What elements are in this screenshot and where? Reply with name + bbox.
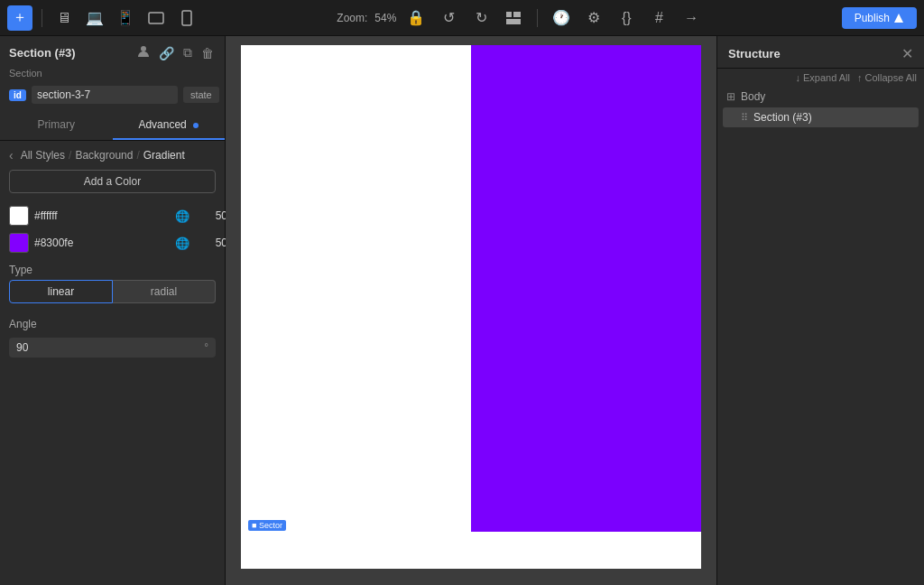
- breadcrumb-sep-1: /: [69, 149, 71, 162]
- canvas-bottom-section: [241, 532, 701, 569]
- grid-icon[interactable]: #: [646, 5, 671, 31]
- toolbar-separator: [42, 9, 42, 27]
- tabs-row: Primary Advanced: [0, 111, 225, 141]
- tab-advanced[interactable]: Advanced: [113, 111, 226, 140]
- undo-icon[interactable]: ↺: [436, 5, 461, 31]
- global-icon-1[interactable]: 🌐: [175, 209, 189, 223]
- tree-body-item: ⊞ Body: [717, 87, 924, 107]
- canvas-area[interactable]: ■ Sector: [226, 36, 716, 585]
- id-badge: id: [9, 89, 26, 101]
- panel-person-icon[interactable]: [135, 43, 152, 62]
- panel-icons: 🔗 ⧉ 🗑: [135, 43, 216, 62]
- tree-section-item[interactable]: ⠿ Section (#3): [723, 107, 919, 127]
- settings-icon[interactable]: ⚙: [581, 5, 606, 31]
- toolbar-tablet-icon[interactable]: 📱: [113, 5, 138, 31]
- toolbar-monitor-icon[interactable]: 🖥: [51, 5, 77, 31]
- canvas-purple-section: [471, 45, 701, 532]
- layout-icon[interactable]: [501, 5, 526, 31]
- color-row-2: 🌐 % ✕: [0, 229, 225, 256]
- toolbar-separator-2: [537, 9, 538, 27]
- body-label: Body: [741, 90, 765, 103]
- toolbar-right: Publish: [842, 7, 917, 29]
- add-color-button[interactable]: Add a Color: [9, 170, 216, 193]
- toolbar-mobile-icon[interactable]: [174, 5, 199, 31]
- right-panel-header: Structure ✕: [717, 36, 924, 69]
- breadcrumb-back-button[interactable]: ‹: [9, 148, 17, 162]
- lock-icon[interactable]: 🔒: [403, 5, 429, 31]
- code-icon[interactable]: {}: [614, 5, 639, 31]
- expand-all-button[interactable]: ↓ Expand All: [795, 72, 850, 83]
- color-hex-input-1[interactable]: [34, 209, 170, 222]
- panel-delete-icon[interactable]: 🗑: [199, 43, 216, 62]
- zoom-label: Zoom:: [337, 12, 367, 24]
- id-input[interactable]: [32, 86, 178, 104]
- svg-rect-2: [506, 12, 512, 17]
- state-button[interactable]: state: [183, 87, 219, 103]
- left-panel: Section (#3) 🔗 ⧉ 🗑 Section id state Prim…: [0, 36, 226, 585]
- toolbar-tablet-landscape-icon[interactable]: [143, 5, 169, 31]
- color-row-1: 🌐 % ✕: [0, 202, 225, 229]
- clock-icon[interactable]: 🕐: [549, 5, 574, 31]
- toolbar-add-btn[interactable]: ＋: [7, 5, 32, 31]
- toolbar-laptop-icon[interactable]: 💻: [82, 5, 107, 31]
- angle-row: °: [0, 334, 225, 365]
- toolbar: ＋ 🖥 💻 📱 Zoom: 54% 🔒 ↺ ↻ 🕐 ⚙ {} # → Publi…: [0, 0, 924, 36]
- type-linear-button[interactable]: linear: [9, 280, 113, 303]
- canvas-white-section: [241, 45, 471, 532]
- angle-label: Angle: [0, 311, 225, 334]
- publish-button[interactable]: Publish: [842, 7, 917, 29]
- color-percent-1[interactable]: [195, 209, 227, 222]
- breadcrumb-current: Gradient: [143, 149, 185, 162]
- angle-degree: °: [204, 341, 208, 354]
- breadcrumb-sep-2: /: [136, 149, 139, 162]
- main-layout: Section (#3) 🔗 ⧉ 🗑 Section id state Prim…: [0, 36, 924, 585]
- publish-label: Publish: [855, 12, 890, 24]
- collapse-all-button[interactable]: ↑ Collapse All: [857, 72, 917, 83]
- type-radial-button[interactable]: radial: [113, 280, 216, 303]
- right-panel-actions: ↓ Expand All ↑ Collapse All: [717, 69, 924, 87]
- structure-close-button[interactable]: ✕: [901, 45, 913, 62]
- type-label: Type: [0, 256, 225, 280]
- panel-copy-icon[interactable]: ⧉: [181, 43, 194, 62]
- section-item-label: Section (#3): [753, 111, 812, 124]
- panel-link-icon[interactable]: 🔗: [157, 43, 176, 62]
- structure-title: Structure: [728, 47, 781, 60]
- tab-primary[interactable]: Primary: [0, 111, 113, 140]
- svg-rect-4: [506, 19, 521, 24]
- breadcrumb: ‹ All Styles / Background / Gradient: [0, 141, 225, 170]
- section-label: Section: [0, 66, 225, 82]
- section-item-icon: ⠿: [741, 112, 748, 124]
- color-swatch-1[interactable]: [9, 206, 29, 226]
- login-icon[interactable]: →: [679, 5, 704, 31]
- canvas-section-label: ■ Sector: [248, 520, 286, 531]
- svg-point-5: [141, 46, 146, 51]
- right-panel: Structure ✕ ↓ Expand All ↑ Collapse All …: [716, 36, 924, 585]
- svg-rect-0: [149, 13, 163, 23]
- advanced-dot: [193, 123, 199, 128]
- zoom-value: 54%: [374, 12, 396, 24]
- type-buttons: linear radial: [0, 280, 225, 311]
- color-swatch-2[interactable]: [9, 233, 29, 253]
- angle-input[interactable]: [16, 341, 204, 354]
- breadcrumb-all-styles[interactable]: All Styles: [21, 149, 65, 162]
- canvas-content: ■ Sector: [241, 45, 701, 569]
- color-hex-input-2[interactable]: [34, 237, 170, 249]
- angle-input-wrap: °: [9, 338, 216, 358]
- svg-rect-3: [513, 12, 521, 17]
- toolbar-center: Zoom: 54% 🔒 ↺ ↻ 🕐 ⚙ {} # →: [205, 5, 836, 31]
- color-percent-2[interactable]: [195, 237, 227, 249]
- redo-icon[interactable]: ↻: [468, 5, 494, 31]
- global-icon-2[interactable]: 🌐: [175, 237, 189, 250]
- panel-title: Section (#3): [9, 46, 76, 60]
- svg-rect-1: [182, 11, 191, 25]
- panel-title-bar: Section (#3) 🔗 ⧉ 🗑: [0, 36, 225, 66]
- id-row: id state: [0, 82, 225, 107]
- breadcrumb-background[interactable]: Background: [75, 149, 133, 162]
- body-icon: ⊞: [726, 90, 735, 103]
